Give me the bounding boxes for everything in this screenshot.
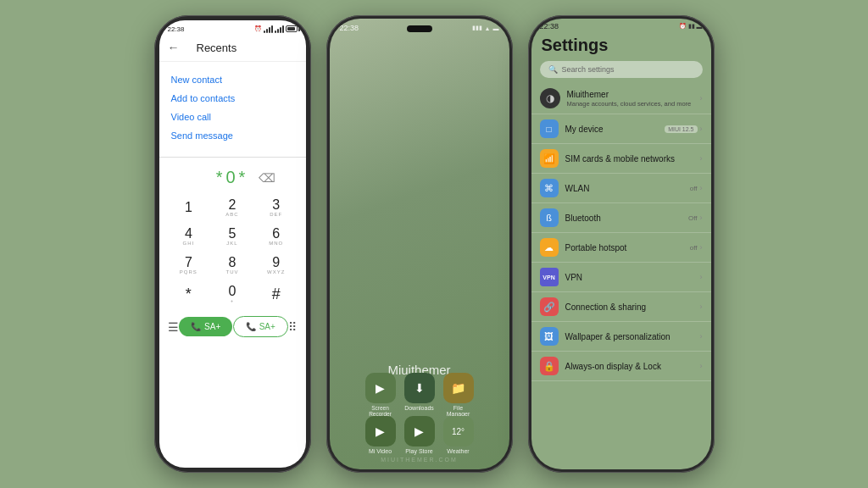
middle-wifi-icon: ▲ (485, 25, 491, 31)
middle-status-icons: ▮▮▮ ▲ ▬ (472, 25, 499, 31)
sim-label: SIM cards & mobile networks (565, 154, 693, 164)
app-downloads[interactable]: ⬇ Downloads (404, 373, 435, 417)
sim-text: SIM cards & mobile networks (565, 154, 693, 164)
wlan-right: off › (690, 184, 703, 192)
wallpaper-icon: 🖼 (540, 327, 559, 346)
downloads-label: Downloads (404, 405, 434, 411)
miuithemer-chevron: › (700, 94, 703, 103)
right-status-icons: ⏰ ▮▮ ▬ (679, 23, 703, 30)
right-screen: 22:38 ⏰ ▮▮ ▬ Settings 🔍 Search settings (531, 19, 711, 469)
middle-time: 22:38 (340, 24, 359, 32)
aod-text: Always-on display & Lock (565, 362, 693, 371)
downloads-icon: ⬇ (415, 381, 425, 395)
settings-item-bluetooth[interactable]: ß Bluetooth Off › (531, 203, 711, 233)
dial-key-hash[interactable]: # (255, 280, 298, 308)
dial-key-8[interactable]: 8TUV (211, 252, 253, 279)
device-label: My device (565, 125, 659, 134)
watermark: MIUITHEMER.COM (381, 457, 458, 463)
connection-icon: 🔗 (540, 297, 559, 316)
hotspot-label: Portable hotspot (565, 243, 683, 252)
middle-screen: 22:38 ▮▮▮ ▲ ▬ Miuithemer ▶ ScreenRecorde… (330, 19, 509, 469)
divider-1 (159, 61, 306, 62)
right-alarm-icon: ⏰ (679, 23, 687, 30)
bluetooth-right: Off › (688, 214, 703, 222)
app-screen-recorder[interactable]: ▶ ScreenRecorder (365, 373, 396, 417)
dial-key-6[interactable]: 6MNO (255, 223, 298, 250)
connection-chevron: › (700, 302, 703, 311)
left-status-icons: ⏰ (254, 25, 298, 33)
settings-item-device[interactable]: □ My device MIUI 12.5 › (531, 114, 711, 144)
right-time: 22:38 (540, 22, 559, 30)
dial-key-3[interactable]: 3DEF (255, 194, 298, 221)
settings-item-sim[interactable]: 📶 SIM cards & mobile networks › (531, 144, 711, 174)
bluetooth-icon: ß (540, 208, 559, 227)
apps-row-1: ▶ ScreenRecorder ⬇ Downloads 📁 FileManag… (365, 373, 474, 417)
aod-label: Always-on display & Lock (565, 362, 693, 371)
device-text: My device (565, 125, 659, 134)
camera-notch (407, 25, 432, 32)
settings-item-wallpaper[interactable]: 🖼 Wallpaper & personalization › (531, 322, 711, 352)
left-screen: 22:38 ⏰ (159, 20, 306, 468)
add-to-contacts-option[interactable]: Add to contacts (171, 89, 294, 108)
dialpad: 1 2ABC 3DEF 4GHI 5JKL 6MNO 7PQRS 8TUV 9W… (159, 191, 306, 311)
battery-icon (286, 25, 298, 32)
search-icon: 🔍 (548, 65, 558, 74)
dial-key-7[interactable]: 7PQRS (168, 252, 210, 279)
settings-item-miuithemer[interactable]: ◑ Miuithemer Manage accounts, cloud serv… (531, 83, 711, 114)
middle-signal-icon: ▮▮▮ (472, 25, 482, 31)
vpn-icon: VPN (540, 268, 559, 286)
wlan-icon: ⌘ (540, 179, 559, 197)
video-call-option[interactable]: Video call (171, 108, 294, 126)
call-button-1[interactable]: 📞 SA+ (179, 317, 232, 336)
mi-video-icon: ▶ (376, 424, 385, 438)
app-weather[interactable]: 12° Weather (443, 416, 474, 454)
app-mi-video[interactable]: ▶ Mi Video (365, 416, 396, 454)
menu-icon[interactable]: ☰ (168, 320, 179, 334)
send-message-option[interactable]: Send message (171, 126, 294, 145)
number-display: *0* (216, 168, 249, 187)
miuithemer-text: Miuithemer Manage accounts, cloud servic… (567, 90, 693, 108)
alarm-icon: ⏰ (254, 25, 262, 32)
settings-item-aod[interactable]: 🔒 Always-on display & Lock › (531, 352, 711, 381)
dial-key-2[interactable]: 2ABC (211, 194, 253, 221)
wlan-chevron: › (700, 184, 703, 192)
call-button-2[interactable]: 📞 SA+ (233, 316, 288, 337)
apps-row-2: ▶ Mi Video ▶ Play Store 12° Weather (365, 416, 474, 454)
dial-key-9[interactable]: 9WXYZ (255, 252, 298, 279)
back-button[interactable]: ← (168, 41, 180, 54)
grid-icon[interactable]: ⠿ (288, 320, 297, 334)
hotspot-chevron: › (700, 243, 703, 252)
dial-key-1[interactable]: 1 (168, 194, 210, 221)
settings-item-connection[interactable]: 🔗 Connection & sharing › (531, 292, 711, 322)
right-battery-icon: ▬ (697, 24, 703, 30)
signal-icon-2 (275, 25, 284, 33)
recents-options: New contact Add to contacts Video call S… (159, 65, 306, 150)
file-manager-icon: 📁 (451, 381, 465, 395)
dial-key-star[interactable]: * (168, 280, 210, 308)
settings-list: ◑ Miuithemer Manage accounts, cloud serv… (531, 83, 711, 469)
settings-screen: 22:38 ⏰ ▮▮ ▬ Settings 🔍 Search settings (531, 19, 711, 469)
settings-item-hotspot[interactable]: ☁ Portable hotspot off › (531, 233, 711, 263)
status-bar-left: 22:38 ⏰ (159, 20, 306, 36)
settings-item-wlan[interactable]: ⌘ WLAN off › (531, 174, 711, 203)
app-play-store[interactable]: ▶ Play Store (404, 416, 435, 454)
file-manager-label: FileManager (447, 405, 470, 417)
settings-title: Settings (531, 32, 711, 58)
settings-item-vpn[interactable]: VPN VPN › (531, 263, 711, 292)
dial-key-0[interactable]: 0+ (211, 280, 253, 308)
new-contact-option[interactable]: New contact (171, 70, 294, 89)
vpn-text: VPN (565, 273, 693, 282)
search-bar[interactable]: 🔍 Search settings (540, 61, 703, 78)
aod-chevron: › (700, 362, 703, 370)
miuithemer-icon: ◑ (540, 88, 560, 108)
hotspot-text: Portable hotspot (565, 243, 683, 252)
delete-button[interactable]: ⌫ (259, 171, 275, 185)
recents-header: ← Recents (159, 36, 306, 58)
dial-key-5[interactable]: 5JKL (211, 223, 253, 250)
device-icon: □ (540, 119, 559, 138)
wallpaper-text: Wallpaper & personalization (565, 332, 693, 341)
screen-recorder-label: ScreenRecorder (369, 405, 392, 417)
dial-key-4[interactable]: 4GHI (168, 223, 210, 250)
device-right: MIUI 12.5 › (665, 125, 702, 133)
app-file-manager[interactable]: 📁 FileManager (443, 373, 474, 417)
